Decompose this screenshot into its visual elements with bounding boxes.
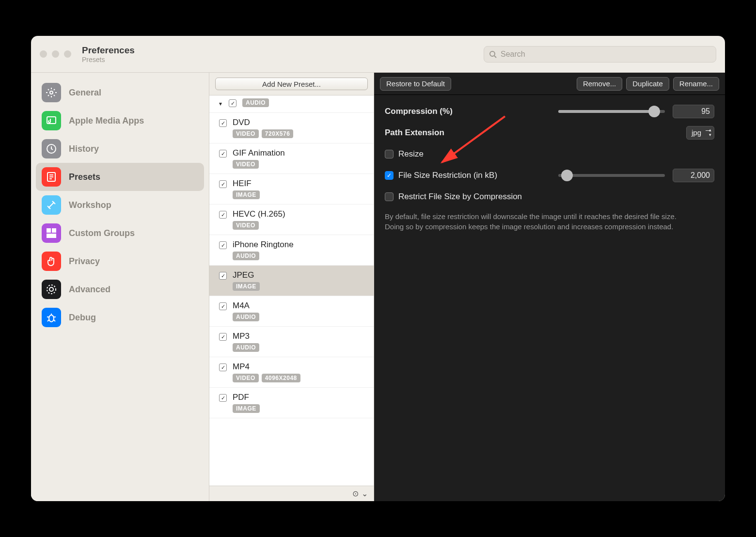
more-icon[interactable]: ⊙ — [352, 489, 359, 498]
preset-tag: VIDEO — [233, 160, 259, 169]
preset-name: MP4 — [233, 362, 368, 372]
duplicate-button[interactable]: Duplicate — [626, 77, 669, 91]
sidebar-item-privacy[interactable]: Privacy — [36, 247, 204, 275]
preset-row[interactable]: ✓JPEGIMAGE — [209, 266, 374, 296]
rename-button[interactable]: Rename... — [673, 77, 719, 91]
gear-icon — [42, 83, 61, 102]
svg-rect-8 — [47, 234, 56, 237]
help-text: By default, file size restriction will d… — [385, 211, 695, 232]
svg-rect-6 — [47, 229, 50, 232]
remove-button[interactable]: Remove... — [577, 77, 622, 91]
svg-line-1 — [494, 56, 496, 58]
window-subtitle: Presets — [82, 56, 484, 63]
preset-row[interactable]: ✓DVDVIDEO720X576 — [209, 113, 374, 143]
sidebar-item-presets[interactable]: Presets — [36, 163, 204, 191]
sidebar-item-label: General — [69, 88, 101, 98]
svg-point-9 — [49, 287, 53, 291]
preset-list[interactable]: ▾✓AUDIO✓DVDVIDEO720X576✓GIF AnimationVID… — [209, 95, 374, 486]
sidebar-item-workshop[interactable]: Workshop — [36, 191, 204, 219]
preferences-window: Preferences Presets Search GeneralApple … — [31, 36, 725, 501]
filesize-slider[interactable] — [558, 174, 665, 177]
close-icon[interactable] — [40, 50, 47, 58]
compression-value[interactable]: 95 — [673, 105, 714, 118]
preset-tag: IMAGE — [233, 282, 260, 291]
resize-checkbox[interactable] — [385, 150, 394, 158]
preset-name: HEVC (H.265) — [233, 209, 368, 219]
preset-row[interactable]: ✓GIF AnimationVIDEO — [209, 143, 374, 174]
search-icon — [489, 50, 497, 58]
preset-checkbox[interactable]: ✓ — [219, 180, 227, 188]
svg-rect-7 — [52, 229, 56, 232]
resize-label: Resize — [398, 149, 424, 159]
preset-name: PDF — [233, 393, 368, 402]
slider-thumb[interactable] — [648, 106, 660, 117]
sidebar-item-label: Workshop — [69, 200, 111, 210]
path-extension-select[interactable]: jpg ▴▾ — [686, 126, 714, 140]
preset-name: M4A — [233, 301, 368, 311]
preset-checkbox[interactable]: ✓ — [229, 99, 236, 107]
svg-point-10 — [47, 285, 56, 294]
titlebar: Preferences Presets Search — [31, 36, 725, 73]
restore-default-button[interactable]: Restore to Default — [380, 77, 451, 91]
preset-tag: 720X576 — [262, 129, 294, 138]
sidebar: GeneralApple Media AppsHistoryPresetsWor… — [31, 73, 209, 501]
preset-row[interactable]: ▾✓AUDIO — [209, 95, 374, 113]
preset-tag: AUDIO — [233, 313, 259, 321]
chevron-down-icon[interactable]: ⌄ — [362, 489, 368, 498]
sidebar-item-apple-media-apps[interactable]: Apple Media Apps — [36, 107, 204, 135]
preset-row[interactable]: ✓iPhone RingtoneAUDIO — [209, 235, 374, 266]
preset-tag: IMAGE — [233, 404, 260, 413]
preset-row[interactable]: ✓HEVC (H.265)VIDEO — [209, 205, 374, 235]
sidebar-item-label: Custom Groups — [69, 228, 135, 238]
preset-row[interactable]: ✓HEIFIMAGE — [209, 174, 374, 205]
preset-row[interactable]: ✓M4AAUDIO — [209, 296, 374, 327]
preset-name: iPhone Ringtone — [233, 240, 368, 250]
minimize-icon[interactable] — [52, 50, 59, 58]
filesize-checkbox[interactable]: ✓ — [385, 171, 394, 180]
sidebar-item-history[interactable]: History — [36, 135, 204, 163]
compression-slider[interactable] — [558, 110, 665, 113]
sidebar-item-label: Apple Media Apps — [69, 116, 144, 126]
window-title: Preferences — [82, 45, 484, 56]
sidebar-item-label: Debug — [69, 313, 96, 323]
music-icon — [42, 111, 61, 130]
sidebar-item-custom-groups[interactable]: Custom Groups — [36, 219, 204, 247]
preset-row[interactable]: ✓MP4VIDEO4096X2048 — [209, 357, 374, 388]
preset-name: JPEG — [233, 270, 368, 280]
preset-column: Add New Preset... ▾✓AUDIO✓DVDVIDEO720X57… — [209, 73, 374, 501]
sidebar-item-label: Advanced — [69, 284, 110, 295]
preset-checkbox[interactable]: ✓ — [219, 119, 227, 127]
preset-checkbox[interactable]: ✓ — [219, 241, 227, 249]
detail-panel: Restore to Default Remove... Duplicate R… — [374, 73, 725, 501]
disclosure-icon[interactable]: ▾ — [219, 100, 227, 107]
preset-checkbox[interactable]: ✓ — [219, 302, 227, 310]
zoom-icon[interactable] — [64, 50, 71, 58]
svg-point-0 — [490, 51, 495, 56]
path-extension-label: Path Extension — [385, 128, 686, 138]
preset-row[interactable]: ✓PDFIMAGE — [209, 388, 374, 418]
slider-thumb[interactable] — [561, 170, 573, 181]
restrict-compression-label: Restrict File Size by Compression — [398, 192, 522, 202]
sidebar-item-debug[interactable]: Debug — [36, 303, 204, 332]
preset-checkbox[interactable]: ✓ — [219, 272, 227, 280]
filesize-value[interactable]: 2,000 — [673, 169, 714, 182]
sidebar-item-label: Privacy — [69, 256, 100, 267]
search-input[interactable]: Search — [484, 46, 716, 63]
restrict-compression-checkbox[interactable] — [385, 192, 394, 201]
sidebar-item-general[interactable]: General — [36, 79, 204, 107]
preset-row[interactable]: ✓MP3AUDIO — [209, 327, 374, 357]
preset-checkbox[interactable]: ✓ — [219, 150, 227, 158]
preset-checkbox[interactable]: ✓ — [219, 211, 227, 219]
sidebar-item-advanced[interactable]: Advanced — [36, 275, 204, 303]
sidebar-item-label: Presets — [69, 172, 100, 182]
add-preset-button[interactable]: Add New Preset... — [215, 78, 368, 90]
preset-tag: VIDEO — [233, 221, 259, 230]
preset-name: HEIF — [233, 179, 368, 189]
preset-checkbox[interactable]: ✓ — [219, 333, 227, 341]
preset-checkbox[interactable]: ✓ — [219, 363, 227, 371]
preset-checkbox[interactable]: ✓ — [219, 394, 227, 402]
tools-icon — [42, 195, 61, 215]
preset-tag: IMAGE — [233, 190, 260, 199]
grid-icon — [42, 223, 61, 243]
compression-label: Compression (%) — [385, 107, 558, 116]
